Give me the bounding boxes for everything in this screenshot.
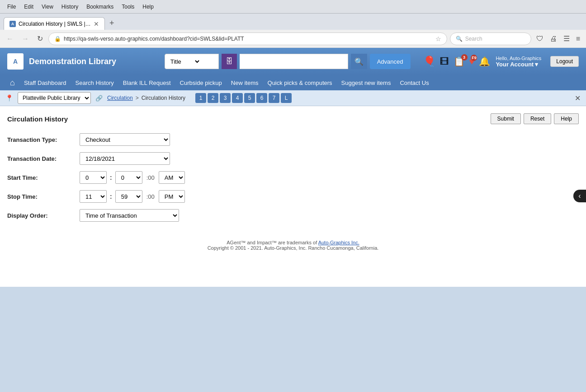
- menu-view[interactable]: View: [38, 3, 57, 11]
- user-greeting: Hello, Auto-Graphics: [496, 56, 541, 61]
- nav-contact-us[interactable]: Contact Us: [395, 77, 433, 89]
- page-btn-6[interactable]: 6: [256, 93, 267, 103]
- nav-staff-dashboard[interactable]: Staff Dashboard: [19, 77, 71, 89]
- menu-history[interactable]: History: [58, 3, 82, 11]
- action-buttons: Submit Reset Help: [491, 113, 579, 124]
- search-button[interactable]: 🔍: [351, 54, 367, 69]
- browser-toolbar-icons: 🛡 🖨 ☰ ≡: [534, 33, 582, 44]
- stop-time-control: 0123 4567 8910 1112 : 01510 15203045 59 …: [80, 190, 185, 203]
- user-area: Hello, Auto-Graphics Your Account ▾: [496, 56, 541, 68]
- bookmark-star-icon[interactable]: ☆: [435, 35, 441, 42]
- page-btn-L[interactable]: L: [281, 93, 292, 103]
- menu-bookmarks[interactable]: Bookmarks: [83, 3, 117, 11]
- start-time-minute-select[interactable]: 0 151015 20304559: [115, 171, 142, 184]
- start-time-ampm-select[interactable]: AM PM: [159, 171, 185, 184]
- heart-icon-wrapper: ♥ F9: [469, 56, 475, 67]
- page-btn-1[interactable]: 1: [195, 93, 206, 103]
- menu-tools[interactable]: Tools: [118, 3, 138, 11]
- search-type-select[interactable]: Title Author Subject Keyword: [169, 58, 201, 65]
- reload-button[interactable]: ↻: [34, 33, 46, 44]
- shield-icon[interactable]: 🛡: [534, 34, 546, 44]
- page-btn-5[interactable]: 5: [244, 93, 255, 103]
- breadcrumb-current: Circulation History: [142, 95, 185, 101]
- page-btn-7[interactable]: 7: [269, 93, 279, 103]
- search-type-dropdown[interactable]: Title Author Subject Keyword: [165, 54, 219, 69]
- search-area: Title Author Subject Keyword 🗄 🔍 Advance…: [165, 54, 411, 69]
- nav-home-icon[interactable]: ⌂: [5, 76, 19, 89]
- print-icon[interactable]: 🖨: [548, 34, 559, 44]
- logo-letter: A: [13, 58, 18, 65]
- browser-search-label: Search: [465, 36, 482, 42]
- page-btn-2[interactable]: 2: [208, 93, 218, 103]
- account-chevron-icon: ▾: [535, 61, 538, 68]
- start-time-colon: :: [110, 174, 112, 181]
- stop-time-hour-select[interactable]: 0123 4567 8910 1112: [80, 190, 107, 203]
- logout-button[interactable]: Logout: [550, 56, 579, 67]
- os-menu[interactable]: File Edit View History Bookmarks Tools H…: [4, 3, 157, 11]
- nav-suggest-new-items[interactable]: Suggest new items: [337, 77, 396, 89]
- page-btn-4[interactable]: 4: [232, 93, 243, 103]
- clipboard-icon-wrapper: 📋 3: [454, 56, 465, 67]
- help-button[interactable]: Help: [554, 113, 579, 124]
- breadcrumb: Circulation > Circulation History: [107, 95, 185, 101]
- stop-time-row: Stop Time: 0123 4567 8910 1112 : 01510 1…: [7, 190, 579, 203]
- stop-time-ampm-select[interactable]: AM PM: [159, 190, 185, 203]
- back-button[interactable]: ←: [4, 34, 16, 44]
- nav-quick-picks[interactable]: Quick picks & computers: [263, 77, 337, 89]
- menu-file[interactable]: File: [4, 3, 19, 11]
- browser-search-box[interactable]: 🔍 Search: [450, 33, 531, 45]
- heart-badge: F9: [471, 55, 477, 61]
- address-bar[interactable]: 🔒 https://qa-swls-verso.auto-graphics.co…: [48, 33, 447, 45]
- bell-icon[interactable]: 🔔: [479, 56, 490, 66]
- nav-curbside-pickup[interactable]: Curbside pickup: [175, 77, 227, 89]
- new-tab-button[interactable]: +: [107, 19, 117, 28]
- pagination: 1 2 3 4 5 6 7 L: [195, 93, 292, 103]
- footer: AGent™ and Impact™ are trademarks of Aut…: [7, 231, 579, 260]
- database-icon[interactable]: 🗄: [222, 54, 237, 69]
- menu-dots-icon[interactable]: ≡: [574, 34, 582, 44]
- nav-search-history[interactable]: Search History: [71, 77, 118, 89]
- sidebar-toggle-button[interactable]: ‹: [573, 190, 586, 202]
- app-header: A Demonstration Library Title Author Sub…: [0, 48, 586, 75]
- nav-bar: ⌂ Staff Dashboard Search History Blank I…: [0, 75, 586, 90]
- menu-help[interactable]: Help: [139, 3, 157, 11]
- advanced-search-button[interactable]: Advanced: [370, 54, 411, 69]
- nav-blank-ill-request[interactable]: Blank ILL Request: [118, 77, 175, 89]
- display-order-control: Time of Transaction Title Patron: [80, 209, 179, 222]
- submit-button[interactable]: Submit: [491, 113, 521, 124]
- menu-edit[interactable]: Edit: [20, 3, 37, 11]
- sidebar-icon[interactable]: ☰: [561, 33, 572, 44]
- browser-tab-bar: A Circulation History | SWLS | plat ✕ +: [0, 14, 586, 30]
- start-time-static: :00: [146, 174, 155, 181]
- film-icon[interactable]: 🎞: [440, 56, 449, 66]
- reset-button[interactable]: Reset: [524, 113, 551, 124]
- transaction-type-select[interactable]: Checkout Check-in Renewal: [80, 133, 170, 146]
- transaction-type-row: Transaction Type: Checkout Check-in Rene…: [7, 133, 579, 146]
- transaction-date-select[interactable]: 12/18/2021: [80, 152, 170, 165]
- start-time-hour-select[interactable]: 0 1234 5678 9101112: [80, 171, 107, 184]
- display-order-select[interactable]: Time of Transaction Title Patron: [80, 209, 179, 222]
- tab-favicon: A: [9, 21, 16, 27]
- stop-time-label: Stop Time:: [7, 193, 80, 200]
- tab-close-button[interactable]: ✕: [94, 21, 99, 27]
- location-select[interactable]: Platteville Public Library: [18, 92, 91, 104]
- transaction-type-control: Checkout Check-in Renewal: [80, 133, 170, 146]
- footer-company-link[interactable]: Auto-Graphics Inc.: [318, 240, 359, 245]
- breadcrumb-circulation[interactable]: Circulation: [107, 95, 133, 101]
- user-account-label: Your Account: [496, 61, 534, 68]
- close-location-bar-button[interactable]: ✕: [575, 94, 581, 103]
- nav-new-items[interactable]: New items: [227, 77, 263, 89]
- breadcrumb-link-icon: 🔗: [95, 95, 103, 102]
- transaction-date-control: 12/18/2021: [80, 152, 170, 165]
- forward-button[interactable]: →: [19, 34, 32, 44]
- bell-icon-wrapper: 🔔: [479, 56, 490, 67]
- stop-time-minute-select[interactable]: 01510 15203045 59: [115, 190, 142, 203]
- film-icon-wrapper: 🎞: [440, 56, 449, 67]
- user-account-dropdown[interactable]: Your Account ▾: [496, 61, 541, 68]
- breadcrumb-separator: >: [136, 95, 139, 101]
- browser-tab-active[interactable]: A Circulation History | SWLS | plat ✕: [4, 17, 105, 30]
- search-input[interactable]: [240, 54, 348, 69]
- page-btn-3[interactable]: 3: [220, 93, 231, 103]
- transaction-date-label: Transaction Date:: [7, 155, 80, 162]
- balloon-icon[interactable]: 🎈: [423, 56, 435, 67]
